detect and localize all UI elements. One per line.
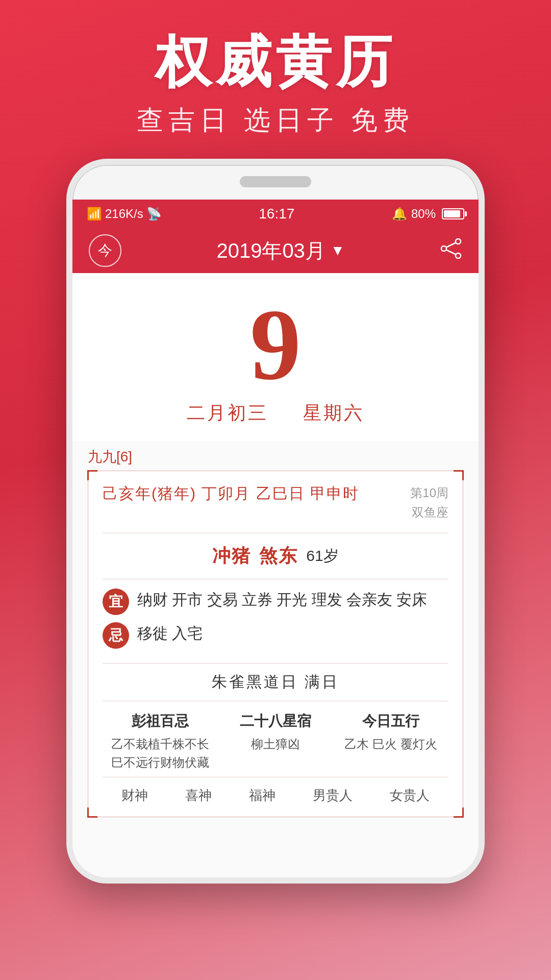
pengzu-line2: 巳不远行财物伏藏 bbox=[103, 753, 218, 772]
battery-fill bbox=[444, 210, 460, 217]
ji-row: 忌 移徙 入宅 bbox=[103, 621, 448, 649]
svg-line-3 bbox=[446, 242, 456, 247]
svg-point-1 bbox=[456, 253, 461, 258]
spacer bbox=[276, 402, 296, 423]
alarm-icon: 🔔 bbox=[392, 207, 407, 221]
god-fushen: 福神 bbox=[249, 787, 276, 804]
data-speed: 216K/s bbox=[105, 207, 143, 221]
status-bar: 📶 216K/s 📡 16:17 🔔 80% bbox=[72, 200, 479, 228]
col-pengzu: 彭祖百忌 乙不栽植千株不长 巳不远行财物伏藏 bbox=[103, 712, 218, 772]
svg-point-0 bbox=[456, 239, 461, 244]
yi-row: 宜 纳财 开市 交易 立券 开光 理发 会亲友 安床 bbox=[103, 587, 448, 615]
lunar-date: 二月初三 bbox=[187, 402, 268, 423]
pengzu-title: 彭祖百忌 bbox=[103, 712, 218, 731]
sha-text: 煞东 bbox=[259, 544, 298, 569]
weekday: 星期六 bbox=[303, 402, 364, 423]
day-number: 9 bbox=[250, 293, 301, 396]
god-caishen: 财神 bbox=[121, 787, 148, 804]
chong-age: 61岁 bbox=[306, 546, 338, 567]
stars-content: 柳土獐凶 bbox=[218, 735, 333, 753]
ji-content: 移徙 入宅 bbox=[137, 621, 448, 646]
info-section: 九九[6] 己亥年(猪年) 丁卯月 乙巳日 甲申时 第10周 双鱼座 冲猪 bbox=[72, 441, 479, 877]
status-time: 16:17 bbox=[259, 206, 294, 222]
col-wuxing: 今日五行 乙木 巳火 覆灯火 bbox=[333, 712, 448, 772]
month-display: 2019年03月 bbox=[216, 237, 325, 265]
signal-icon: 📶 bbox=[87, 207, 102, 221]
phone-frame: 📶 216K/s 📡 16:17 🔔 80% 今 2019年03月 ▼ bbox=[66, 159, 485, 884]
month-selector[interactable]: 2019年03月 ▼ bbox=[216, 237, 344, 265]
ganzhi-row: 己亥年(猪年) 丁卯月 乙巳日 甲申时 第10周 双鱼座 bbox=[103, 483, 448, 533]
yi-ji-section: 宜 纳财 开市 交易 立券 开光 理发 会亲友 安床 忌 移徙 入宅 bbox=[103, 579, 448, 664]
god-nvguiren: 女贵人 bbox=[390, 787, 430, 804]
nine-nine-label: 九九[6] bbox=[88, 441, 463, 471]
chong-text: 冲猪 bbox=[212, 544, 251, 569]
stars-title: 二十八星宿 bbox=[218, 712, 333, 731]
gods-row: 财神 喜神 福神 男贵人 女贵人 bbox=[103, 777, 448, 804]
date-display: 9 二月初三 星期六 bbox=[72, 273, 479, 441]
corner-br bbox=[454, 807, 464, 818]
almanac-card: 己亥年(猪年) 丁卯月 乙巳日 甲申时 第10周 双鱼座 冲猪 煞东 61岁 宜 bbox=[88, 471, 463, 817]
today-button[interactable]: 今 bbox=[89, 234, 121, 267]
status-right: 🔔 80% bbox=[392, 207, 464, 221]
corner-tr bbox=[454, 470, 464, 480]
zodiac: 双鱼座 bbox=[410, 503, 448, 522]
corner-bl bbox=[87, 807, 97, 818]
wifi-icon: 📡 bbox=[146, 207, 162, 221]
chong-row: 冲猪 煞东 61岁 bbox=[103, 533, 448, 579]
god-nanguiren: 男贵人 bbox=[313, 787, 353, 804]
main-title: 权威黄历 bbox=[0, 31, 551, 92]
three-cols: 彭祖百忌 乙不栽植千株不长 巳不远行财物伏藏 二十八星宿 柳土獐凶 今日五行 乙… bbox=[103, 701, 448, 777]
lunar-weekday: 二月初三 星期六 bbox=[187, 401, 364, 426]
col-stars: 二十八星宿 柳土獐凶 bbox=[218, 712, 333, 772]
ganzhi-text: 己亥年(猪年) 丁卯月 乙巳日 甲申时 bbox=[103, 483, 359, 504]
share-button[interactable] bbox=[440, 238, 462, 263]
svg-point-2 bbox=[441, 246, 446, 251]
week-number: 第10周 bbox=[410, 483, 448, 503]
wuxing-content: 乙木 巳火 覆灯火 bbox=[333, 735, 448, 753]
god-xishen: 喜神 bbox=[185, 787, 212, 804]
pengzu-line1: 乙不栽植千株不长 bbox=[103, 735, 218, 753]
battery-percent: 80% bbox=[411, 207, 436, 221]
black-day-row: 朱雀黑道日 满日 bbox=[103, 664, 448, 701]
wuxing-title: 今日五行 bbox=[333, 712, 448, 731]
corner-tl bbox=[87, 470, 97, 480]
battery-icon bbox=[442, 208, 464, 219]
main-content: 9 二月初三 星期六 九九[6] 己亥年(猪年) 丁卯月 乙巳日 甲申时 第10… bbox=[72, 273, 479, 877]
yi-content: 纳财 开市 交易 立券 开光 理发 会亲友 安床 bbox=[137, 587, 448, 612]
chevron-down-icon: ▼ bbox=[331, 242, 345, 259]
sub-title: 查吉日 选日子 免费 bbox=[0, 103, 551, 138]
app-header: 今 2019年03月 ▼ bbox=[72, 228, 479, 273]
status-left: 📶 216K/s 📡 bbox=[87, 207, 162, 221]
top-section: 权威黄历 查吉日 选日子 免费 bbox=[0, 0, 551, 159]
yi-badge: 宜 bbox=[103, 589, 129, 615]
phone-speaker bbox=[240, 176, 311, 187]
svg-line-4 bbox=[446, 250, 456, 254]
week-zodiac: 第10周 双鱼座 bbox=[410, 483, 448, 523]
today-button-label: 今 bbox=[98, 241, 112, 260]
ji-badge: 忌 bbox=[103, 622, 129, 649]
